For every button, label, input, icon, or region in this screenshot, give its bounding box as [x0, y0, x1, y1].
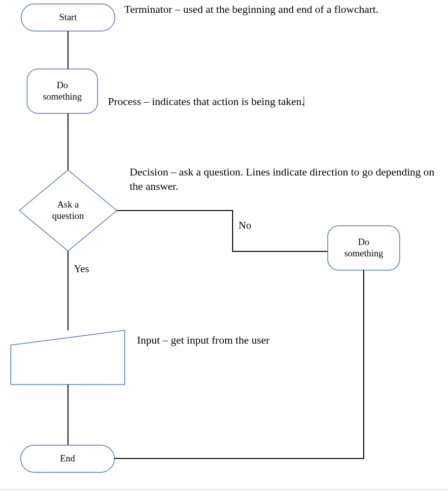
decision-description: Decision – ask a question. Lines indicat…: [130, 165, 445, 193]
input-description: Input – get input from the user: [137, 333, 270, 348]
process-description: Process – indicates that action is being…: [108, 95, 304, 109]
input-shape: [11, 330, 125, 385]
flowchart-diagram: Start Do something Ask a question Do som…: [0, 0, 448, 492]
edge-label-yes: Yes: [74, 263, 89, 275]
connector-decision-no: [117, 211, 328, 251]
decision-shape: [19, 170, 117, 251]
process1-shape: [27, 69, 98, 113]
end-terminator-shape: [21, 445, 114, 472]
process2-shape: [328, 226, 400, 270]
edge-label-no: No: [239, 219, 251, 232]
start-terminator-shape: [21, 4, 115, 31]
terminator-description: Terminator – used at the beginning and e…: [124, 2, 379, 17]
flowchart-svg: [0, 0, 448, 492]
process-description-text: Process – indicates that action is being…: [108, 95, 304, 107]
text-cursor-icon: [304, 97, 304, 106]
connector-process2-end: [114, 270, 364, 458]
